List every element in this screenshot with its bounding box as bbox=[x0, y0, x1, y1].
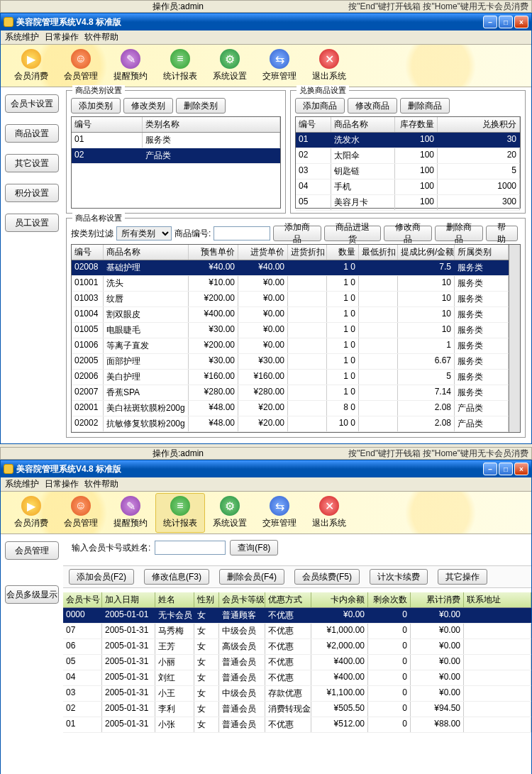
action-btn-5[interactable]: 其它操作 bbox=[438, 569, 487, 585]
tb-remind[interactable]: ✎提醒预约 bbox=[106, 46, 155, 86]
product-row[interactable]: 01001洗头¥10.00¥0.001 010服务类 bbox=[72, 276, 509, 292]
member-row[interactable]: 022005-01-31李利女普通会员消费转现金¥505.500¥94.50 bbox=[63, 702, 531, 717]
col-date[interactable]: 加入日期 bbox=[102, 592, 155, 607]
search-input[interactable] bbox=[155, 541, 226, 555]
tb-system[interactable]: ⚙系统设置 bbox=[205, 46, 255, 86]
category-row[interactable]: 01服务类 bbox=[72, 133, 280, 148]
member-row[interactable]: 052005-01-31小丽女普通会员不优惠¥400.000¥0.00 bbox=[63, 655, 531, 670]
exchange-row[interactable]: 03钥匙链1005 bbox=[296, 164, 520, 179]
product-code-input[interactable] bbox=[214, 226, 270, 241]
col-name[interactable]: 商品名称 bbox=[104, 245, 189, 260]
action-btn-0[interactable]: 添加会员(F2) bbox=[69, 569, 134, 585]
col-stock[interactable]: 库存数量 bbox=[395, 117, 438, 132]
category-row[interactable]: 02产品类 bbox=[72, 148, 280, 164]
menu-help[interactable]: 软件帮助 bbox=[84, 478, 118, 490]
col-pts[interactable]: 兑换积分 bbox=[438, 117, 520, 132]
product-row[interactable]: 01006等离子直发¥200.00¥0.001 01服务类 bbox=[72, 338, 509, 354]
search-button[interactable]: 查询(F8) bbox=[230, 540, 278, 555]
product-row[interactable]: 01003纹唇¥200.00¥0.001 010服务类 bbox=[72, 292, 509, 307]
action-btn-2[interactable]: 删除会员(F4) bbox=[219, 569, 284, 585]
minimize-button[interactable]: – bbox=[483, 16, 497, 28]
product-btn-3[interactable]: 删除商品 bbox=[435, 226, 483, 241]
sidebar-btn-0[interactable]: 会员管理 bbox=[5, 541, 59, 560]
col-cat[interactable]: 所属类别 bbox=[455, 245, 509, 260]
product-row[interactable]: 01004割双眼皮¥400.00¥0.001 010服务类 bbox=[72, 307, 509, 323]
category-filter-select[interactable]: 所有类别 bbox=[116, 226, 172, 241]
product-row[interactable]: 02008基础护理¥40.00¥40.001 07.5服务类 bbox=[72, 260, 509, 276]
cat-btn-2[interactable]: 删除类别 bbox=[176, 98, 226, 114]
sidebar-btn-1[interactable]: 商品设置 bbox=[5, 124, 59, 143]
product-row[interactable]: 02006美白护理¥160.00¥160.001 05服务类 bbox=[72, 370, 509, 385]
sidebar-btn-4[interactable]: 员工设置 bbox=[5, 214, 59, 232]
member-row[interactable]: 042005-01-31刘红女普通会员不优惠¥400.000¥0.00 bbox=[63, 670, 531, 686]
col-id[interactable]: 编号 bbox=[72, 245, 104, 260]
col-buy[interactable]: 进货单价 bbox=[238, 245, 288, 260]
action-btn-1[interactable]: 修改信息(F3) bbox=[144, 569, 209, 585]
tb-manage[interactable]: ☺会员管理 bbox=[56, 493, 106, 533]
product-row[interactable]: 02005面部护理¥30.00¥30.001 06.67服务类 bbox=[72, 354, 509, 370]
col-sex[interactable]: 性别 bbox=[194, 592, 219, 607]
tb-system[interactable]: ⚙系统设置 bbox=[205, 493, 255, 533]
col-name[interactable]: 商品名称 bbox=[331, 117, 395, 132]
product-row[interactable]: 02007香蕉SPA¥280.00¥280.001 07.14服务类 bbox=[72, 385, 509, 401]
col-comm[interactable]: 提成比例/金额 bbox=[398, 245, 455, 260]
col-qty[interactable]: 数量 bbox=[327, 245, 359, 260]
exchange-row[interactable]: 05美容月卡100300 bbox=[296, 195, 520, 211]
col-card[interactable]: 会员卡号 bbox=[63, 592, 102, 607]
tb-consume[interactable]: ▶会员消费 bbox=[6, 493, 56, 533]
cat-btn-0[interactable]: 添加类别 bbox=[71, 98, 121, 114]
action-btn-3[interactable]: 会员续费(F5) bbox=[294, 569, 360, 585]
product-btn-2[interactable]: 修改商品 bbox=[384, 226, 432, 241]
sidebar-btn-1[interactable]: 会员多级显示 bbox=[5, 585, 59, 604]
menu-system[interactable]: 系统维护 bbox=[5, 31, 39, 43]
sidebar-btn-3[interactable]: 积分设置 bbox=[5, 184, 59, 202]
col-sale[interactable]: 预售单价 bbox=[189, 245, 238, 260]
menu-help[interactable]: 软件帮助 bbox=[84, 31, 118, 43]
product-row[interactable]: 02001美白祛斑软膜粉200g¥48.00¥20.008 02.08产品类 bbox=[72, 401, 509, 416]
col-disc[interactable]: 优惠方式 bbox=[265, 592, 311, 607]
maximize-button[interactable]: □ bbox=[499, 463, 513, 475]
member-row[interactable]: 032005-01-31小王女中级会员存款优惠¥1,100.000¥0.00 bbox=[63, 686, 531, 702]
col-disc[interactable]: 进货折扣 bbox=[288, 245, 327, 260]
sidebar-btn-0[interactable]: 会员卡设置 bbox=[5, 94, 59, 113]
col-level[interactable]: 会员卡等级 bbox=[219, 592, 265, 607]
member-row[interactable]: 072005-01-31马秀梅女中级会员不优惠¥1,000.000¥0.00 bbox=[63, 624, 531, 639]
col-name[interactable]: 类别名称 bbox=[143, 117, 280, 132]
col-addr[interactable]: 联系地址 bbox=[464, 592, 531, 607]
tb-remind[interactable]: ✎提醒预约 bbox=[106, 493, 155, 533]
member-row[interactable]: 00002005-01-01无卡会员女普通顾客不优惠¥0.000¥0.00 bbox=[63, 608, 531, 624]
col-id[interactable]: 编号 bbox=[72, 117, 143, 132]
menu-system[interactable]: 系统维护 bbox=[5, 478, 39, 490]
member-row[interactable]: 062005-01-31王芳女高级会员不优惠¥2,000.000¥0.00 bbox=[63, 639, 531, 655]
product-row[interactable]: 02002抗敏修复软膜粉200g¥48.00¥20.0010 02.08产品类 bbox=[72, 416, 509, 432]
exchange-row[interactable]: 02太阳伞10020 bbox=[296, 148, 520, 164]
col-rem[interactable]: 剩余次数 bbox=[368, 592, 411, 607]
tb-consume[interactable]: ▶会员消费 bbox=[6, 46, 56, 86]
product-btn-4[interactable]: 帮助 bbox=[486, 226, 518, 241]
tb-stats[interactable]: ≡统计报表 bbox=[155, 493, 205, 533]
cat-btn-1[interactable]: 修改类别 bbox=[123, 98, 173, 114]
exchange-row[interactable]: 04手机1001000 bbox=[296, 179, 520, 195]
action-btn-4[interactable]: 计次卡续费 bbox=[370, 569, 428, 585]
sidebar-btn-2[interactable]: 其它设置 bbox=[5, 154, 59, 172]
scrollbar[interactable] bbox=[509, 245, 520, 432]
exchange-btn-0[interactable]: 添加商品 bbox=[295, 98, 345, 114]
product-btn-1[interactable]: 商品进退货 bbox=[324, 226, 381, 241]
exchange-btn-2[interactable]: 删除商品 bbox=[400, 98, 450, 114]
col-name[interactable]: 姓名 bbox=[155, 592, 194, 607]
col-spent[interactable]: 累计消费 bbox=[411, 592, 464, 607]
member-row[interactable]: 012005-01-31小张女普通会员不优惠¥512.000¥88.00 bbox=[63, 717, 531, 733]
close-button[interactable]: × bbox=[514, 16, 528, 28]
close-button[interactable]: × bbox=[514, 463, 528, 475]
col-bal[interactable]: 卡内余额 bbox=[311, 592, 368, 607]
tb-stats[interactable]: ≡统计报表 bbox=[155, 46, 205, 86]
tb-shift[interactable]: ⇆交班管理 bbox=[255, 46, 304, 86]
menu-daily[interactable]: 日常操作 bbox=[45, 478, 79, 490]
exchange-btn-1[interactable]: 修改商品 bbox=[348, 98, 397, 114]
tb-shift[interactable]: ⇆交班管理 bbox=[255, 493, 304, 533]
tb-exit[interactable]: ✕退出系统 bbox=[304, 46, 354, 86]
menu-daily[interactable]: 日常操作 bbox=[45, 31, 79, 43]
col-mind[interactable]: 最低折扣 bbox=[359, 245, 398, 260]
minimize-button[interactable]: – bbox=[483, 463, 497, 475]
tb-manage[interactable]: ☺会员管理 bbox=[56, 46, 106, 86]
